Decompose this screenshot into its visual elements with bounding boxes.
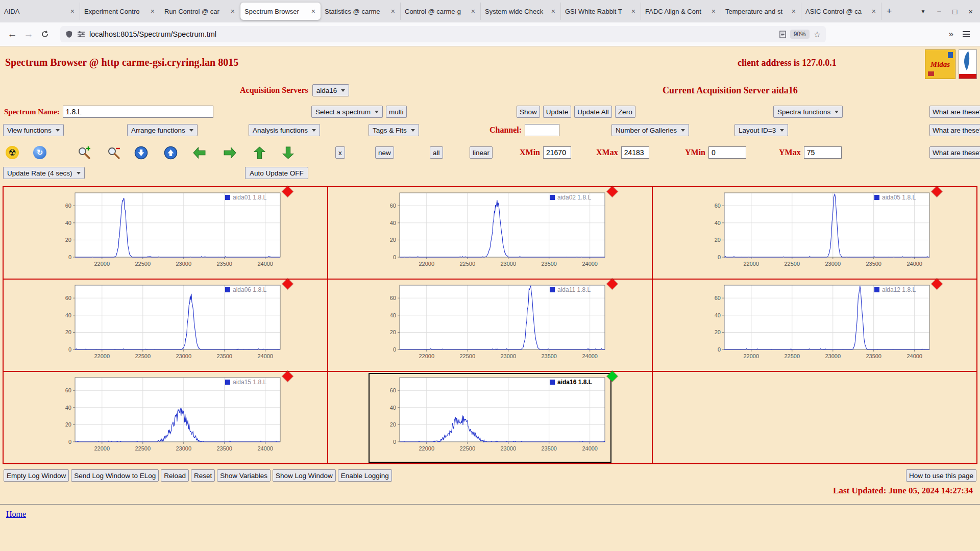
spectra-functions-dropdown[interactable]: Spectra functions bbox=[773, 106, 843, 118]
view-functions-dropdown[interactable]: View functions bbox=[3, 124, 64, 136]
galleries-dropdown[interactable]: Number of Galleries bbox=[611, 124, 689, 136]
tab-close-icon[interactable]: × bbox=[871, 7, 877, 15]
radiation-button[interactable]: ☢ bbox=[5, 145, 19, 160]
spectrum-chart[interactable]: 22000225002300023500240000204060aida11 1… bbox=[370, 282, 610, 369]
spectrum-chart[interactable]: 22000225002300023500240000204060aida16 1… bbox=[370, 374, 610, 461]
tab-close-icon[interactable]: × bbox=[630, 7, 636, 15]
reload-page-button[interactable]: Reload bbox=[161, 469, 189, 482]
tab-close-icon[interactable]: × bbox=[390, 7, 396, 15]
close-window-button[interactable]: × bbox=[968, 7, 973, 16]
ymax-input[interactable] bbox=[804, 146, 842, 159]
spectrum-panel-aida06[interactable]: 22000225002300023500240000204060aida06 1… bbox=[3, 279, 328, 371]
spectrum-panel-aida05[interactable]: 22000225002300023500240000204060aida05 1… bbox=[652, 187, 977, 279]
xmax-input[interactable] bbox=[621, 146, 649, 159]
spectrum-name-input[interactable] bbox=[63, 106, 213, 118]
update-rate-dropdown[interactable]: Update Rate (4 secs) bbox=[3, 167, 85, 179]
arrange-functions-dropdown[interactable]: Arrange functions bbox=[127, 124, 198, 136]
what-are-these-button[interactable]: What are these? bbox=[929, 124, 980, 136]
ymin-input[interactable] bbox=[708, 146, 746, 159]
tab-aida[interactable]: AIDA× bbox=[0, 3, 80, 20]
help-button[interactable]: How to use this page bbox=[906, 469, 976, 482]
all-button[interactable]: all bbox=[430, 146, 443, 159]
select-spectrum-dropdown[interactable]: Select a spectrum bbox=[311, 106, 383, 118]
layout-id-dropdown[interactable]: Layout ID=3 bbox=[734, 124, 788, 136]
overflow-menu-button[interactable]: » bbox=[949, 29, 953, 39]
permissions-icon[interactable] bbox=[77, 30, 85, 38]
new-button[interactable]: new bbox=[375, 146, 394, 159]
tab-run-control[interactable]: Run Control @ car× bbox=[160, 3, 240, 20]
tab-close-icon[interactable]: × bbox=[470, 7, 476, 15]
tab-experiment-control[interactable]: Experiment Contro× bbox=[80, 3, 160, 20]
home-link[interactable]: Home bbox=[6, 510, 26, 518]
pan-down-button[interactable] bbox=[281, 145, 295, 160]
spectrum-panel-aida15[interactable]: 22000225002300023500240000204060aida15 1… bbox=[3, 371, 328, 464]
channel-input[interactable] bbox=[525, 124, 559, 136]
tab-close-icon[interactable]: × bbox=[550, 7, 556, 15]
enable-logging-button[interactable]: Enable Logging bbox=[338, 469, 392, 482]
back-button[interactable]: ← bbox=[4, 26, 20, 42]
what-are-these-button[interactable]: What are these? bbox=[929, 106, 980, 118]
show-button[interactable]: Show bbox=[517, 106, 540, 118]
tab-control[interactable]: Control @ carme-g× bbox=[401, 3, 481, 20]
spectrum-panel-aida16[interactable]: 22000225002300023500240000204060aida16 1… bbox=[328, 371, 652, 464]
show-log-button[interactable]: Show Log Window bbox=[273, 469, 336, 482]
url-text[interactable]: localhost:8015/Spectrum/Spectrum.tml bbox=[89, 30, 775, 38]
shrink-y-button[interactable] bbox=[134, 145, 148, 160]
refresh-button[interactable]: ↻ bbox=[33, 145, 47, 160]
auto-update-button[interactable]: Auto Update OFF bbox=[245, 167, 308, 179]
app-menu-button[interactable] bbox=[961, 29, 972, 39]
linear-button[interactable]: linear bbox=[470, 146, 493, 159]
forward-button[interactable]: → bbox=[20, 26, 37, 42]
xmin-input[interactable] bbox=[543, 146, 571, 159]
zoom-in-button[interactable] bbox=[77, 145, 91, 160]
minimize-button[interactable]: − bbox=[937, 7, 941, 16]
zero-button[interactable]: Zero bbox=[615, 106, 635, 118]
tab-statistics[interactable]: Statistics @ carme× bbox=[321, 3, 401, 20]
spectrum-chart[interactable]: 22000225002300023500240000204060aida15 1… bbox=[45, 374, 285, 461]
tab-list-button[interactable]: ▼ bbox=[921, 9, 926, 14]
reload-button[interactable] bbox=[37, 26, 53, 42]
spectrum-chart[interactable]: 22000225002300023500240000204060aida12 1… bbox=[695, 282, 935, 369]
tab-spectrum-browser[interactable]: Spectrum Browser× bbox=[240, 3, 321, 20]
tab-fadc-align[interactable]: FADC Align & Cont× bbox=[641, 3, 721, 20]
analysis-functions-dropdown[interactable]: Analysis functions bbox=[249, 124, 320, 136]
tab-close-icon[interactable]: × bbox=[791, 7, 797, 15]
zoom-out-button[interactable] bbox=[106, 145, 120, 160]
x-button[interactable]: x bbox=[335, 146, 345, 159]
maximize-button[interactable]: □ bbox=[952, 7, 957, 16]
show-variables-button[interactable]: Show Variables bbox=[217, 469, 271, 482]
spectrum-panel-aida01[interactable]: 22000225002300023500240000204060aida01 1… bbox=[3, 187, 328, 279]
what-are-these-button[interactable]: What are these? bbox=[929, 146, 980, 159]
reader-mode-icon[interactable] bbox=[779, 31, 786, 38]
multi-button[interactable]: multi bbox=[386, 106, 407, 118]
tab-temperature[interactable]: Temperature and st× bbox=[721, 3, 801, 20]
spectrum-panel-aida12[interactable]: 22000225002300023500240000204060aida12 1… bbox=[652, 279, 977, 371]
tab-system-checks[interactable]: System wide Check× bbox=[481, 3, 561, 20]
pan-left-button[interactable] bbox=[192, 145, 206, 160]
tags-fits-dropdown[interactable]: Tags & Fits bbox=[369, 124, 419, 136]
acquisition-server-select[interactable]: aida16 bbox=[312, 84, 350, 96]
update-button[interactable]: Update bbox=[543, 106, 572, 118]
pan-up-button[interactable] bbox=[252, 145, 266, 160]
update-all-button[interactable]: Update All bbox=[574, 106, 612, 118]
url-bar[interactable]: localhost:8015/Spectrum/Spectrum.tml 90%… bbox=[60, 26, 826, 42]
send-elog-button[interactable]: Send Log Window to ELog bbox=[71, 469, 159, 482]
spectrum-chart[interactable]: 22000225002300023500240000204060aida05 1… bbox=[695, 190, 935, 277]
tab-close-icon[interactable]: × bbox=[69, 7, 76, 15]
tab-asic-control[interactable]: ASIC Control @ ca× bbox=[801, 3, 881, 20]
spectrum-chart[interactable]: 22000225002300023500240000204060aida01 1… bbox=[45, 190, 285, 277]
reset-button[interactable]: Reset bbox=[191, 469, 215, 482]
empty-log-button[interactable]: Empty Log Window bbox=[4, 469, 69, 482]
spectrum-chart[interactable]: 22000225002300023500240000204060aida02 1… bbox=[370, 190, 610, 277]
shield-icon[interactable] bbox=[65, 30, 73, 38]
new-tab-button[interactable]: + bbox=[881, 4, 897, 19]
tab-close-icon[interactable]: × bbox=[310, 7, 316, 15]
pan-right-button[interactable] bbox=[223, 145, 237, 160]
bookmark-star-icon[interactable]: ☆ bbox=[814, 30, 821, 39]
expand-y-button[interactable] bbox=[163, 145, 178, 160]
spectrum-panel-aida02[interactable]: 22000225002300023500240000204060aida02 1… bbox=[328, 187, 652, 279]
tab-close-icon[interactable]: × bbox=[710, 7, 717, 15]
spectrum-chart[interactable]: 22000225002300023500240000204060aida06 1… bbox=[45, 282, 285, 369]
zoom-badge[interactable]: 90% bbox=[790, 30, 810, 39]
tab-white-rabbit[interactable]: GSI White Rabbit T× bbox=[561, 3, 641, 20]
